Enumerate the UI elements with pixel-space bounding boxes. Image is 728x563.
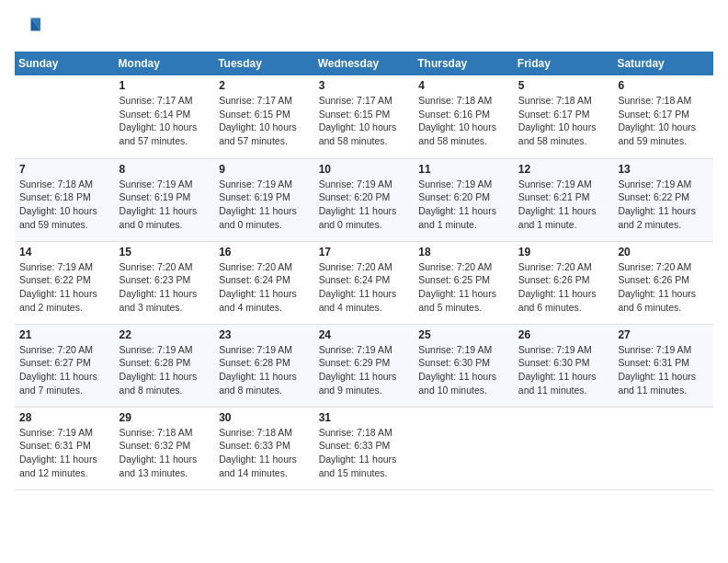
sunset-text: Sunset: 6:28 PM	[219, 356, 310, 370]
day-number: 31	[319, 411, 410, 424]
daylight-text: Daylight: 11 hours and 0 minutes.	[219, 204, 310, 231]
day-info: Sunrise: 7:19 AM Sunset: 6:19 PM Dayligh…	[119, 178, 210, 232]
daylight-text: Daylight: 11 hours and 13 minutes.	[119, 453, 210, 479]
day-number: 11	[418, 163, 509, 176]
weekday-header: Monday	[115, 52, 215, 75]
day-number: 4	[418, 79, 509, 92]
day-info: Sunrise: 7:19 AM Sunset: 6:21 PM Dayligh…	[518, 178, 609, 232]
page-header	[15, 15, 713, 40]
day-info: Sunrise: 7:18 AM Sunset: 6:32 PM Dayligh…	[119, 426, 210, 480]
calendar-cell: 9 Sunrise: 7:19 AM Sunset: 6:19 PM Dayli…	[214, 158, 314, 241]
daylight-text: Daylight: 11 hours and 9 minutes.	[319, 370, 410, 396]
sunrise-text: Sunrise: 7:19 AM	[518, 178, 609, 191]
sunset-text: Sunset: 6:21 PM	[518, 190, 609, 204]
day-number: 22	[119, 328, 210, 341]
calendar-cell	[15, 75, 115, 158]
daylight-text: Daylight: 11 hours and 0 minutes.	[319, 204, 410, 231]
day-info: Sunrise: 7:18 AM Sunset: 6:17 PM Dayligh…	[618, 94, 709, 148]
calendar-week-row: 1 Sunrise: 7:17 AM Sunset: 6:14 PM Dayli…	[15, 75, 713, 158]
day-number: 9	[219, 163, 310, 176]
calendar-week-row: 14 Sunrise: 7:19 AM Sunset: 6:22 PM Dayl…	[15, 241, 713, 324]
day-info: Sunrise: 7:19 AM Sunset: 6:28 PM Dayligh…	[219, 343, 310, 397]
sunrise-text: Sunrise: 7:19 AM	[319, 178, 410, 191]
day-number: 16	[219, 246, 310, 259]
day-info: Sunrise: 7:19 AM Sunset: 6:31 PM Dayligh…	[19, 426, 110, 480]
calendar-cell: 24 Sunrise: 7:19 AM Sunset: 6:29 PM Dayl…	[314, 324, 415, 407]
day-number: 17	[319, 246, 410, 259]
sunrise-text: Sunrise: 7:19 AM	[418, 178, 509, 191]
daylight-text: Daylight: 11 hours and 12 minutes.	[19, 453, 110, 479]
daylight-text: Daylight: 11 hours and 4 minutes.	[319, 287, 410, 314]
calendar-week-row: 21 Sunrise: 7:20 AM Sunset: 6:27 PM Dayl…	[15, 324, 713, 407]
day-number: 18	[418, 246, 509, 259]
day-info: Sunrise: 7:19 AM Sunset: 6:28 PM Dayligh…	[119, 343, 210, 397]
calendar-table: SundayMondayTuesdayWednesdayThursdayFrid…	[15, 52, 713, 490]
sunrise-text: Sunrise: 7:18 AM	[319, 426, 410, 440]
sunrise-text: Sunrise: 7:18 AM	[518, 94, 609, 108]
calendar-cell: 15 Sunrise: 7:20 AM Sunset: 6:23 PM Dayl…	[115, 241, 215, 324]
daylight-text: Daylight: 11 hours and 14 minutes.	[219, 453, 310, 479]
daylight-text: Daylight: 11 hours and 6 minutes.	[518, 287, 609, 314]
sunrise-text: Sunrise: 7:20 AM	[319, 260, 410, 274]
daylight-text: Daylight: 11 hours and 2 minutes.	[618, 204, 709, 231]
daylight-text: Daylight: 11 hours and 11 minutes.	[518, 370, 609, 396]
calendar-cell: 30 Sunrise: 7:18 AM Sunset: 6:33 PM Dayl…	[214, 407, 314, 489]
sunrise-text: Sunrise: 7:20 AM	[219, 260, 310, 274]
calendar-cell: 31 Sunrise: 7:18 AM Sunset: 6:33 PM Dayl…	[314, 407, 415, 489]
day-number: 3	[319, 79, 410, 92]
calendar-cell: 16 Sunrise: 7:20 AM Sunset: 6:24 PM Dayl…	[214, 241, 314, 324]
daylight-text: Daylight: 11 hours and 10 minutes.	[418, 370, 509, 396]
day-info: Sunrise: 7:19 AM Sunset: 6:19 PM Dayligh…	[219, 178, 310, 232]
day-info: Sunrise: 7:19 AM Sunset: 6:22 PM Dayligh…	[19, 260, 110, 315]
sunrise-text: Sunrise: 7:19 AM	[618, 343, 709, 357]
calendar-cell: 17 Sunrise: 7:20 AM Sunset: 6:24 PM Dayl…	[314, 241, 415, 324]
sunset-text: Sunset: 6:15 PM	[219, 108, 310, 121]
daylight-text: Daylight: 11 hours and 6 minutes.	[618, 287, 709, 314]
sunset-text: Sunset: 6:27 PM	[19, 356, 110, 370]
day-number: 12	[518, 163, 609, 176]
sunrise-text: Sunrise: 7:19 AM	[418, 343, 509, 357]
daylight-text: Daylight: 11 hours and 1 minute.	[518, 204, 609, 231]
daylight-text: Daylight: 10 hours and 57 minutes.	[219, 121, 310, 147]
day-number: 21	[19, 328, 110, 341]
calendar-cell: 25 Sunrise: 7:19 AM Sunset: 6:30 PM Dayl…	[414, 324, 514, 407]
calendar-cell: 12 Sunrise: 7:19 AM Sunset: 6:21 PM Dayl…	[514, 158, 614, 241]
sunset-text: Sunset: 6:22 PM	[618, 190, 709, 204]
daylight-text: Daylight: 10 hours and 58 minutes.	[319, 121, 410, 147]
sunset-text: Sunset: 6:14 PM	[119, 108, 210, 121]
daylight-text: Daylight: 10 hours and 57 minutes.	[119, 121, 210, 147]
sunrise-text: Sunrise: 7:18 AM	[19, 178, 110, 191]
day-number: 10	[319, 163, 410, 176]
sunrise-text: Sunrise: 7:19 AM	[518, 343, 609, 357]
sunset-text: Sunset: 6:30 PM	[518, 356, 609, 370]
daylight-text: Daylight: 11 hours and 15 minutes.	[319, 453, 410, 479]
sunrise-text: Sunrise: 7:18 AM	[418, 94, 509, 108]
sunrise-text: Sunrise: 7:18 AM	[618, 94, 709, 108]
sunset-text: Sunset: 6:33 PM	[319, 439, 410, 453]
sunrise-text: Sunrise: 7:17 AM	[119, 94, 210, 108]
daylight-text: Daylight: 11 hours and 0 minutes.	[119, 204, 210, 231]
calendar-cell: 2 Sunrise: 7:17 AM Sunset: 6:15 PM Dayli…	[214, 75, 314, 158]
day-number: 26	[518, 328, 609, 341]
day-info: Sunrise: 7:20 AM Sunset: 6:27 PM Dayligh…	[19, 343, 110, 397]
sunset-text: Sunset: 6:32 PM	[119, 439, 210, 453]
sunrise-text: Sunrise: 7:19 AM	[119, 178, 210, 191]
calendar-cell: 14 Sunrise: 7:19 AM Sunset: 6:22 PM Dayl…	[15, 241, 115, 324]
sunrise-text: Sunrise: 7:19 AM	[219, 343, 310, 357]
sunset-text: Sunset: 6:20 PM	[418, 190, 509, 204]
sunset-text: Sunset: 6:16 PM	[418, 108, 509, 121]
sunrise-text: Sunrise: 7:19 AM	[19, 426, 110, 440]
weekday-header: Saturday	[613, 52, 713, 75]
weekday-header: Sunday	[15, 52, 115, 75]
calendar-week-row: 7 Sunrise: 7:18 AM Sunset: 6:18 PM Dayli…	[15, 158, 713, 241]
sunset-text: Sunset: 6:17 PM	[518, 108, 609, 121]
day-info: Sunrise: 7:18 AM Sunset: 6:16 PM Dayligh…	[418, 94, 509, 148]
day-info: Sunrise: 7:20 AM Sunset: 6:26 PM Dayligh…	[518, 260, 609, 315]
calendar-cell: 18 Sunrise: 7:20 AM Sunset: 6:25 PM Dayl…	[414, 241, 514, 324]
day-info: Sunrise: 7:20 AM Sunset: 6:24 PM Dayligh…	[319, 260, 410, 315]
sunrise-text: Sunrise: 7:20 AM	[418, 260, 509, 274]
day-number: 30	[219, 411, 310, 424]
calendar-cell: 1 Sunrise: 7:17 AM Sunset: 6:14 PM Dayli…	[115, 75, 215, 158]
sunrise-text: Sunrise: 7:17 AM	[219, 94, 310, 108]
calendar-cell: 27 Sunrise: 7:19 AM Sunset: 6:31 PM Dayl…	[613, 324, 713, 407]
